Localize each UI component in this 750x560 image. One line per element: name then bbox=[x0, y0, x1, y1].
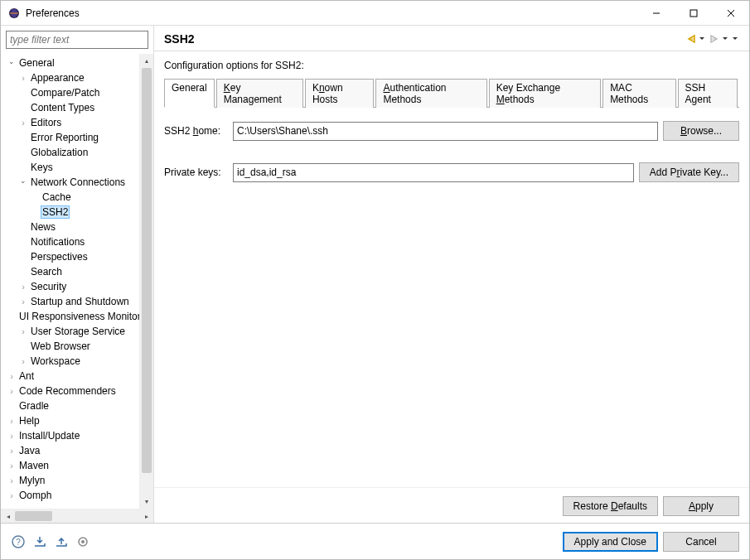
expander-closed-icon[interactable]: › bbox=[6, 386, 17, 396]
tab[interactable]: Authentication Methods bbox=[375, 79, 486, 108]
tree-item-label: Error Reporting bbox=[29, 132, 100, 143]
expander-closed-icon[interactable]: › bbox=[6, 490, 17, 500]
tree-item-label: Cache bbox=[41, 191, 73, 203]
titlebar: Preferences bbox=[1, 1, 749, 26]
tree-item-label: Security bbox=[29, 281, 68, 292]
filter-input[interactable] bbox=[7, 31, 148, 48]
tree-item[interactable]: Cache bbox=[1, 190, 139, 205]
tree-item-label: Content Types bbox=[29, 102, 96, 113]
restore-defaults-button[interactable]: Restore Defaults bbox=[563, 496, 658, 516]
tree-item[interactable]: ⌄Network Connections bbox=[1, 175, 139, 190]
private-keys-input[interactable] bbox=[233, 163, 634, 182]
tree-item[interactable]: ›Security bbox=[1, 279, 139, 294]
hscroll-thumb[interactable] bbox=[15, 511, 52, 521]
tree-item[interactable]: Error Reporting bbox=[1, 130, 139, 145]
tree-item[interactable]: ›Editors bbox=[1, 115, 139, 130]
close-button[interactable] bbox=[712, 1, 749, 25]
view-menu-icon[interactable] bbox=[731, 32, 739, 46]
expander-closed-icon[interactable]: › bbox=[17, 118, 29, 128]
tree-item[interactable]: ›Java bbox=[1, 443, 139, 458]
tab[interactable]: Key Management bbox=[216, 79, 303, 108]
tree-item[interactable]: ›Appearance bbox=[1, 70, 139, 85]
browse-button[interactable]: Browse... bbox=[663, 121, 739, 141]
horizontal-scrollbar[interactable]: ◂ ▸ bbox=[1, 509, 153, 523]
scroll-right-icon[interactable]: ▸ bbox=[139, 509, 153, 523]
tree-item-label: Globalization bbox=[29, 147, 90, 158]
forward-icon[interactable] bbox=[708, 32, 721, 46]
expander-closed-icon[interactable]: › bbox=[6, 461, 17, 471]
expander-open-icon[interactable]: ⌄ bbox=[17, 176, 29, 185]
tree-item[interactable]: News bbox=[1, 220, 139, 234]
tree-item[interactable]: ›Workspace bbox=[1, 354, 139, 369]
tree-item[interactable]: ›Maven bbox=[1, 458, 139, 473]
tree-item[interactable]: ›User Storage Service bbox=[1, 324, 139, 339]
tab[interactable]: Known Hosts bbox=[305, 79, 375, 108]
tree-item-label: Network Connections bbox=[29, 176, 127, 188]
tab[interactable]: General bbox=[164, 79, 215, 108]
tree-item-label: Help bbox=[17, 415, 41, 427]
tab[interactable]: Key Exchange Methods bbox=[489, 79, 601, 108]
tree-item-label: News bbox=[29, 221, 57, 233]
scroll-down-icon[interactable]: ▾ bbox=[140, 495, 153, 509]
tree-item-label: Maven bbox=[17, 460, 51, 471]
back-menu-icon[interactable] bbox=[698, 32, 706, 46]
expander-closed-icon[interactable]: › bbox=[6, 431, 17, 441]
tree-item[interactable]: Search bbox=[1, 264, 139, 279]
tree-item[interactable]: ›Ant bbox=[1, 369, 139, 384]
scroll-left-icon[interactable]: ◂ bbox=[1, 509, 15, 523]
preferences-tree[interactable]: ⌄General›AppearanceCompare/PatchContent … bbox=[1, 54, 139, 509]
tree-item[interactable]: Gradle bbox=[1, 398, 139, 413]
tree-item[interactable]: ›Install/Update bbox=[1, 428, 139, 443]
maximize-button[interactable] bbox=[675, 1, 712, 25]
apply-button[interactable]: Apply bbox=[663, 496, 739, 516]
tree-item[interactable]: SSH2 bbox=[1, 205, 139, 220]
expander-closed-icon[interactable]: › bbox=[17, 356, 29, 366]
forward-menu-icon[interactable] bbox=[721, 32, 729, 46]
apply-and-close-button[interactable]: Apply and Close bbox=[563, 532, 658, 552]
expander-closed-icon[interactable]: › bbox=[6, 476, 17, 485]
expander-closed-icon[interactable]: › bbox=[6, 416, 17, 426]
tree-item[interactable]: Content Types bbox=[1, 100, 139, 115]
back-icon[interactable] bbox=[685, 32, 698, 46]
tree-item-label: Appearance bbox=[29, 72, 86, 84]
tree-item[interactable]: Compare/Patch bbox=[1, 85, 139, 100]
tree-item[interactable]: Globalization bbox=[1, 145, 139, 160]
export-icon[interactable] bbox=[54, 534, 69, 549]
import-icon[interactable] bbox=[32, 534, 47, 549]
minimize-button[interactable] bbox=[637, 1, 675, 25]
vertical-scrollbar[interactable]: ▴ ▾ bbox=[139, 54, 153, 509]
filter-field[interactable] bbox=[6, 31, 148, 49]
tree-item[interactable]: Notifications bbox=[1, 234, 139, 249]
add-private-key-button[interactable]: Add Private Key... bbox=[639, 162, 739, 182]
tree-item[interactable]: ›Oomph bbox=[1, 488, 139, 503]
tree-item[interactable]: Keys bbox=[1, 160, 139, 175]
help-icon[interactable]: ? bbox=[11, 534, 26, 549]
expander-closed-icon[interactable]: › bbox=[6, 371, 17, 381]
tree-item[interactable]: Perspectives bbox=[1, 249, 139, 264]
tree-item-label: Gradle bbox=[17, 400, 51, 412]
ssh2-home-input[interactable] bbox=[233, 122, 658, 141]
tree-item[interactable]: ›Help bbox=[1, 413, 139, 428]
tree-item[interactable]: ›Mylyn bbox=[1, 473, 139, 488]
private-keys-label: Private keys: bbox=[164, 167, 228, 178]
cancel-button[interactable]: Cancel bbox=[663, 532, 739, 552]
expander-open-icon[interactable]: ⌄ bbox=[6, 57, 17, 65]
scroll-thumb[interactable] bbox=[142, 68, 152, 473]
tab[interactable]: MAC Methods bbox=[602, 79, 675, 108]
scroll-up-icon[interactable]: ▴ bbox=[140, 54, 153, 68]
expander-closed-icon[interactable]: › bbox=[17, 326, 29, 336]
page-subtitle: Configuration options for SSH2: bbox=[154, 51, 749, 78]
oomph-icon[interactable] bbox=[75, 534, 90, 549]
svg-point-6 bbox=[81, 540, 85, 543]
expander-closed-icon[interactable]: › bbox=[6, 446, 17, 456]
tree-item-label: Install/Update bbox=[17, 430, 81, 442]
tree-item[interactable]: ›Code Recommenders bbox=[1, 384, 139, 398]
expander-closed-icon[interactable]: › bbox=[17, 73, 29, 83]
tab[interactable]: SSH Agent bbox=[678, 79, 738, 108]
tree-item[interactable]: UI Responsiveness Monitoring bbox=[1, 309, 139, 324]
tree-item[interactable]: ⌄General bbox=[1, 56, 139, 70]
expander-closed-icon[interactable]: › bbox=[17, 282, 29, 292]
expander-closed-icon[interactable]: › bbox=[17, 297, 29, 307]
tree-item[interactable]: Web Browser bbox=[1, 339, 139, 354]
tree-item[interactable]: ›Startup and Shutdown bbox=[1, 294, 139, 309]
